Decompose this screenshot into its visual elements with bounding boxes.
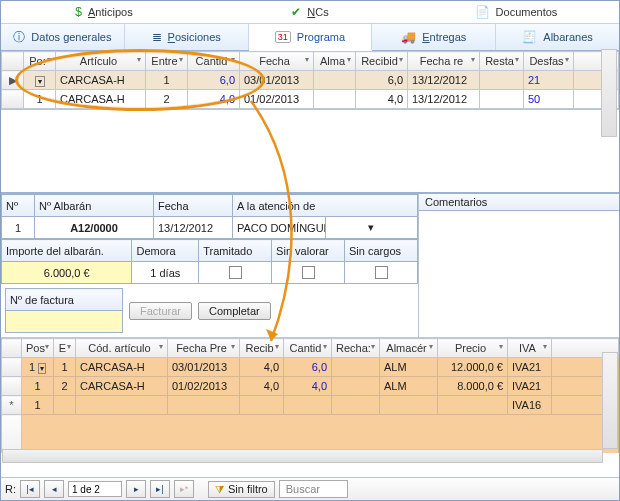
completar-button[interactable]: Completar <box>198 302 271 320</box>
list-icon: ≣ <box>152 30 162 44</box>
table-row[interactable]: 1 CARCASA-H 2 4,0 01/02/2013 4,0 13/12/2… <box>2 90 619 109</box>
scol-cod[interactable]: Cód. artículo▾ <box>76 339 168 358</box>
programa-grid[interactable]: Po:▾ Artículo▾ Entre▾ Cantid▾ Fecha▾ Alm… <box>1 51 619 110</box>
col-articulo[interactable]: Artículo▾ <box>56 52 146 71</box>
shortcut-ncs[interactable]: ✔NCsNCs <box>207 5 413 19</box>
albaran-header: Nº Albarán <box>35 195 154 217</box>
nav-next-button[interactable]: ▸ <box>126 480 146 498</box>
atencion-header: A la atención de <box>233 195 418 217</box>
importe-value: 6.000,0 € <box>2 262 132 284</box>
scrollbar-vertical[interactable] <box>601 49 617 137</box>
scol-precio[interactable]: Precio▾ <box>438 339 508 358</box>
table-row[interactable]: 1 2 CARCASA-H 01/02/2013 4,0 4,0 ALM 8.0… <box>2 377 619 396</box>
col-pos[interactable]: Po:▾ <box>24 52 56 71</box>
comentarios-textarea[interactable] <box>419 211 619 268</box>
tab-posiciones[interactable]: ≣PosicionesPosiciones <box>125 24 249 50</box>
atencion-dropdown[interactable]: ▾ <box>325 217 418 239</box>
record-navigator: R: |◂ ◂ ▸ ▸| ▸* ⧩Sin filtro Buscar <box>1 477 619 500</box>
filter-button[interactable]: ⧩Sin filtro <box>208 481 275 498</box>
shortcut-anticipos[interactable]: $AAnticiposnticipos <box>1 5 207 19</box>
scol-fechapre[interactable]: Fecha Pre▾ <box>168 339 240 358</box>
col-entre[interactable]: Entre▾ <box>146 52 188 71</box>
scol-pos[interactable]: Pos▾ <box>22 339 54 358</box>
document-icon: 📄 <box>475 5 490 19</box>
table-row[interactable]: 1 ▾ 1 CARCASA-H 03/01/2013 4,0 6,0 ALM 1… <box>2 358 619 377</box>
nav-first-button[interactable]: |◂ <box>20 480 40 498</box>
col-fecha[interactable]: Fecha▾ <box>240 52 314 71</box>
tab-datos-generales[interactable]: ⓘDatos generales <box>1 24 125 50</box>
no-value[interactable]: 1 <box>2 217 35 239</box>
scol-e[interactable]: E▾ <box>54 339 76 358</box>
importe-header: Importe del albarán. <box>2 240 132 262</box>
factura-header: Nº de factura <box>6 289 123 311</box>
dollar-icon: $ <box>75 5 82 19</box>
tab-datos-label: Datos generales <box>31 31 111 43</box>
table-row[interactable]: ▶ ▾ CARCASA-H 1 6,0 03/01/2013 6,0 13/12… <box>2 71 619 90</box>
demora-header: Demora <box>132 240 199 262</box>
sincargos-checkbox[interactable] <box>375 266 388 279</box>
sincargos-header: Sin cargos <box>345 240 418 262</box>
nav-position-input[interactable] <box>68 481 122 497</box>
col-alma[interactable]: Alma▾ <box>314 52 356 71</box>
tramitado-header: Tramitado <box>199 240 272 262</box>
factura-value[interactable] <box>6 311 123 333</box>
albaran-value[interactable]: A12/0000 <box>35 217 154 239</box>
check-icon: ✔ <box>291 5 301 19</box>
fecha-header: Fecha <box>154 195 233 217</box>
col-fechare[interactable]: Fecha re▾ <box>408 52 480 71</box>
fecha-value[interactable]: 13/12/2012 <box>154 217 233 239</box>
tab-entregas[interactable]: 🚚EntregasEntregas <box>372 24 496 50</box>
col-resta[interactable]: Resta▾ <box>480 52 524 71</box>
scol-recib[interactable]: Recib▾ <box>240 339 284 358</box>
scol-recha[interactable]: Recha:▾ <box>332 339 380 358</box>
col-cantid[interactable]: Cantid▾ <box>188 52 240 71</box>
scol-iva[interactable]: IVA▾ <box>508 339 552 358</box>
filter-label: Sin filtro <box>228 483 268 495</box>
demora-value: 1 días <box>132 262 199 284</box>
col-desfase[interactable]: Desfas▾ <box>524 52 574 71</box>
scrollbar-vertical[interactable] <box>602 352 618 449</box>
lineas-grid[interactable]: Pos▾ E▾ Cód. artículo▾ Fecha Pre▾ Recib▾… <box>1 338 619 453</box>
comentarios-header: Comentarios <box>419 194 619 211</box>
scrollbar-horizontal[interactable] <box>2 449 603 463</box>
nav-new-button[interactable]: ▸* <box>174 480 194 498</box>
tab-programa[interactable]: 31Programa <box>249 24 373 51</box>
nav-prev-button[interactable]: ◂ <box>44 480 64 498</box>
atencion-value[interactable]: PACO DOMÍNGUEZ AGU <box>233 217 326 239</box>
sinvalorar-header: Sin valorar <box>272 240 345 262</box>
nav-last-button[interactable]: ▸| <box>150 480 170 498</box>
sinvalorar-checkbox[interactable] <box>302 266 315 279</box>
shortcut-documentos[interactable]: 📄Documentos <box>413 5 619 19</box>
scol-almacen[interactable]: Almacér▾ <box>380 339 438 358</box>
documentos-label: Documentos <box>496 6 558 18</box>
info-icon: ⓘ <box>13 29 25 46</box>
nav-label: R: <box>5 483 16 495</box>
new-row-icon: * <box>2 396 22 415</box>
tab-albaranes[interactable]: 🧾Albaranes <box>496 24 619 50</box>
tab-albaranes-label: Albaranes <box>543 31 593 43</box>
tab-programa-label: Programa <box>297 31 345 43</box>
note-icon: 🧾 <box>522 30 537 44</box>
no-header: Nº <box>2 195 35 217</box>
filter-icon: ⧩ <box>215 483 224 496</box>
row-expand-icon[interactable]: ▾ <box>38 363 46 374</box>
table-row-new[interactable]: * 1 IVA16 <box>2 396 619 415</box>
tramitado-checkbox[interactable] <box>229 266 242 279</box>
col-rowselect[interactable] <box>2 52 24 71</box>
facturar-button[interactable]: Facturar <box>129 302 192 320</box>
truck-icon: 🚚 <box>401 30 416 44</box>
scol-cantid[interactable]: Cantid▾ <box>284 339 332 358</box>
col-recibid[interactable]: Recibid▾ <box>356 52 408 71</box>
row-indicator: ▶ <box>2 71 24 90</box>
row-expand-icon[interactable]: ▾ <box>35 76 45 87</box>
calendar-icon: 31 <box>275 31 291 43</box>
search-input[interactable]: Buscar <box>279 480 348 498</box>
